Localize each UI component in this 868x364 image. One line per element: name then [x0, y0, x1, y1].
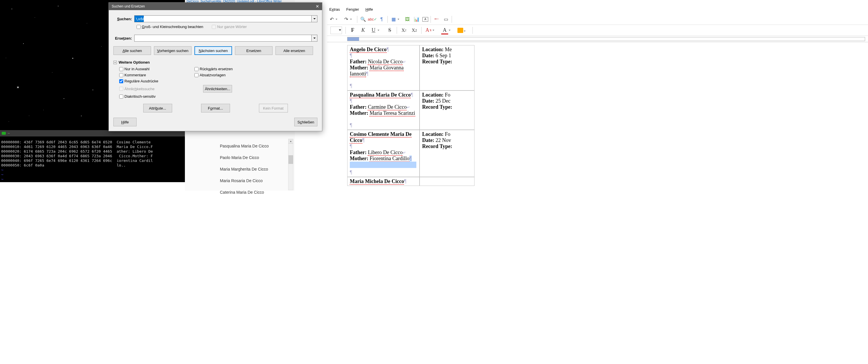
scrollbar[interactable]: ▲: [288, 139, 293, 190]
similarities-button[interactable]: Ähnlichkeiten...: [203, 85, 232, 93]
terminal-prompt: ~: [7, 131, 10, 136]
hexdump-line: 00000030: 2043 6963 636f 0a4d 6f74 6865 …: [0, 154, 185, 159]
menu-hilfe[interactable]: Hilfe: [365, 7, 373, 11]
table-cell[interactable]: [420, 177, 474, 186]
table-icon[interactable]: ▦: [390, 16, 397, 23]
spellcheck-icon[interactable]: abc✓: [369, 16, 376, 23]
replace-label: Ersetzen:: [114, 36, 134, 40]
list-item: Paolo Maria De Cicco: [220, 152, 269, 163]
find-icon[interactable]: 🔍: [360, 16, 367, 23]
terminal-window: ~ 00000000: 436f 7369 6d6f 2043 6c65 6d6…: [0, 130, 185, 182]
menu-fenster[interactable]: Fenster: [346, 7, 359, 11]
hexdump-line: 00000050: 6c6f 0a0a lo..: [0, 163, 185, 168]
toolbar-formatting: F K U S X2 X2 A↯ A: [327, 25, 868, 36]
vim-tilde: ~: [0, 177, 185, 181]
find-replace-dialog: Suchen und Ersetzen ✕ Suchen: // render …: [108, 2, 322, 131]
font-size-combo[interactable]: [331, 27, 342, 34]
highlight-icon[interactable]: [458, 28, 463, 33]
hexdump-line: 00000000: 436f 7369 6d6f 2043 6c65 6d65 …: [0, 140, 185, 144]
close-icon[interactable]: ✕: [314, 3, 320, 9]
format-button[interactable]: Format...: [201, 104, 230, 112]
document-content-area[interactable]: Angelo De Cicco¶ ¶ Father: Nicola De Cic…: [327, 42, 868, 364]
underline-icon[interactable]: U: [370, 27, 377, 34]
replace-input[interactable]: [134, 35, 312, 42]
list-item: Caterina Maria De Cicco: [220, 187, 269, 198]
help-button[interactable]: Hilfe: [114, 118, 136, 126]
undo-icon[interactable]: ↶: [328, 16, 335, 23]
textbox-icon[interactable]: A: [423, 17, 428, 22]
menu-extras[interactable]: Extras: [329, 7, 340, 11]
scroll-thumb[interactable]: [288, 155, 293, 164]
superscript-icon[interactable]: X2: [400, 27, 407, 34]
find-previous-button[interactable]: Vorherigen suchen: [154, 46, 191, 55]
find-all-button[interactable]: Alle suchen: [114, 46, 151, 55]
strikethrough-icon[interactable]: S: [386, 27, 393, 34]
table-cell[interactable]: Angelo De Cicco¶ ¶ Father: Nicola De Cic…: [347, 45, 420, 91]
terminal-icon: [2, 132, 6, 135]
similarity-checkbox: Ähnlichkeitssuche: [119, 85, 194, 93]
italic-icon[interactable]: K: [360, 27, 367, 34]
toolbar-standard: ↶ ↷ 🔍 abc✓ ¶ ▦ 🖼 📊 A ⭰ ▭: [327, 14, 868, 25]
selection-only-checkbox[interactable]: Nur in Auswahl: [119, 67, 194, 71]
whole-words-checkbox: Nur ganze Wörter: [212, 25, 247, 29]
list-item: Maria Margherita De Cicco: [220, 163, 269, 175]
search-dropdown-icon[interactable]: [312, 15, 317, 22]
paragraph-styles-checkbox[interactable]: Absatzvorlagen: [194, 73, 270, 77]
collapse-icon[interactable]: −: [114, 61, 117, 64]
hexdump-line: 00000020: 6174 6865 723a 204c 6962 6572 …: [0, 149, 185, 154]
document-names-list: Pasqualina Maria De Cicco Paolo Maria De…: [220, 140, 269, 198]
vim-tilde: ~: [0, 168, 185, 172]
subscript-icon[interactable]: X2: [411, 27, 418, 34]
table-cell[interactable]: Cosimo Clemente Maria De Cicco¶ ¶ Father…: [347, 130, 420, 177]
attributes-button[interactable]: Attribute...: [143, 104, 172, 112]
list-item: Pasqualina Maria De Cicco: [220, 140, 269, 152]
more-options-header[interactable]: − Weitere Optionen: [114, 60, 317, 64]
image-icon[interactable]: 🖼: [404, 16, 411, 23]
diacritic-checkbox[interactable]: Diakritisch-sensitiv: [119, 94, 194, 99]
find-next-button[interactable]: Nächsten suchen: [194, 46, 232, 55]
horizontal-ruler[interactable]: [327, 36, 868, 42]
table-cell[interactable]: Location: Fo Date: 22 Nov Record Type:: [420, 130, 474, 177]
dialog-title-text: Suchen und Ersetzen: [112, 4, 145, 8]
backwards-checkbox[interactable]: Rückwärts ersetzen: [194, 67, 270, 71]
field-icon[interactable]: ▭: [442, 16, 450, 23]
regex-checkbox[interactable]: Reguläre Ausdrücke: [119, 79, 194, 83]
menubar: Extras Fenster Hilfe: [327, 5, 868, 13]
search-label: Suchen:: [114, 17, 134, 21]
table-cell[interactable]: Location: Fo Date: 25 Dec Record Type:: [420, 91, 474, 130]
bold-icon[interactable]: F: [349, 27, 356, 34]
match-case-checkbox[interactable]: Groß- und Kleinschreibung beachten: [136, 25, 203, 29]
font-color-icon[interactable]: A: [441, 27, 448, 34]
clear-formatting-icon[interactable]: A↯: [425, 27, 432, 34]
redo-icon[interactable]: ↷: [343, 16, 349, 23]
no-format-button: Kein Format: [259, 104, 288, 112]
replace-dropdown-icon[interactable]: [312, 35, 317, 42]
replace-button[interactable]: Ersetzen: [235, 46, 273, 55]
formatting-marks-icon[interactable]: ¶: [378, 16, 385, 23]
table-cell[interactable]: Location: Me Date: 6 Sep 1 Record Type:: [420, 45, 474, 91]
list-item: Maria Rosaria De Cicco: [220, 175, 269, 187]
replace-all-button[interactable]: Alle ersetzen: [275, 46, 313, 55]
scroll-up-icon[interactable]: ▲: [288, 139, 293, 144]
vim-tilde: ~: [0, 172, 185, 177]
table-cell[interactable]: Pasqualina Maria De Cicco¶ ¶ Father: Car…: [347, 91, 420, 130]
document-table: Angelo De Cicco¶ ¶ Father: Nicola De Cic…: [347, 45, 474, 186]
hexdump-line: 00000040: 696f 7265 6e74 696e 6120 4361 …: [0, 159, 185, 163]
page-break-icon[interactable]: ⭰: [433, 16, 440, 23]
search-input[interactable]: [134, 15, 312, 22]
close-button[interactable]: Schließen: [294, 118, 317, 126]
comments-checkbox[interactable]: Kommentare: [119, 73, 194, 77]
dialog-titlebar: Suchen und Ersetzen ✕: [109, 3, 322, 10]
table-cell[interactable]: Maria Michela De Cicco¶: [347, 177, 420, 186]
chart-icon[interactable]: 📊: [413, 16, 420, 23]
hexdump-line: 00000010: 4d61 7269 6120 4465 2043 6963 …: [0, 144, 185, 149]
